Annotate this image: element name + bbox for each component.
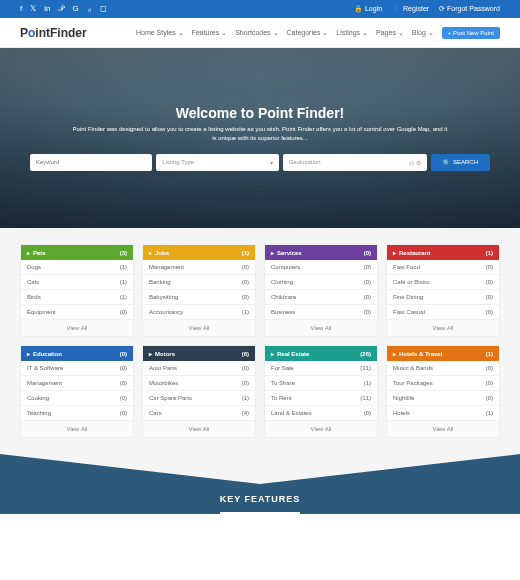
twitter-icon[interactable]: 𝕏	[30, 4, 36, 14]
category-box: ▸Restaurant(1)Fast Food(0)Café or Bistro…	[386, 244, 500, 337]
category-item[interactable]: Motorbikes(0)	[143, 376, 255, 391]
nav-pages[interactable]: Pages ⌄	[376, 29, 404, 37]
key-features-title: KEY FEATURES	[220, 494, 301, 514]
category-icon: ▸	[27, 351, 30, 357]
category-box: ▸Real Estate(26)For Sale(11)To Share(1)T…	[264, 345, 378, 438]
category-item[interactable]: Cars(4)	[143, 406, 255, 421]
register-link[interactable]: 👤 Register	[392, 5, 429, 13]
category-icon: ▸	[27, 250, 30, 256]
category-item[interactable]: Fine Dining(0)	[387, 290, 499, 305]
location-icon: ◎ ⚙	[409, 159, 421, 166]
category-icon: ▸	[149, 351, 152, 357]
category-icon: ▸	[271, 250, 274, 256]
search-button[interactable]: 🔍SEARCH	[431, 154, 490, 171]
category-header[interactable]: ▸Pets(3)	[21, 245, 133, 260]
category-box: ▸Hotels & Travel(1)Music & Bands(0)Tour …	[386, 345, 500, 438]
category-item[interactable]: Banking(0)	[143, 275, 255, 290]
category-item[interactable]: Birds(1)	[21, 290, 133, 305]
view-all-link[interactable]: View All	[21, 320, 133, 336]
category-item[interactable]: Cooking(0)	[21, 391, 133, 406]
category-item[interactable]: Fast Casual(0)	[387, 305, 499, 320]
category-item[interactable]: Management(0)	[21, 376, 133, 391]
geolocation-input[interactable]: Geolocation◎ ⚙	[283, 154, 427, 171]
category-item[interactable]: To Rent(11)	[265, 391, 377, 406]
view-all-link[interactable]: View All	[143, 320, 255, 336]
category-item[interactable]: Business(0)	[265, 305, 377, 320]
category-item[interactable]: Teaching(0)	[21, 406, 133, 421]
main-nav: Home Styles ⌄ Features ⌄ Shortcodes ⌄ Ca…	[136, 27, 500, 39]
category-box: ▸Education(0)IT & Software(0)Management(…	[20, 345, 134, 438]
category-icon: ▸	[393, 250, 396, 256]
google-icon[interactable]: G	[72, 4, 78, 14]
instagram-icon[interactable]: ◻	[100, 4, 107, 14]
view-all-link[interactable]: View All	[143, 421, 255, 437]
view-all-link[interactable]: View All	[265, 421, 377, 437]
category-header[interactable]: ▸Services(0)	[265, 245, 377, 260]
category-icon: ▸	[271, 351, 274, 357]
login-link[interactable]: 🔒 Login	[354, 5, 382, 13]
view-all-link[interactable]: View All	[387, 421, 499, 437]
linkedin-icon[interactable]: in	[44, 4, 50, 14]
category-header[interactable]: ▸Real Estate(26)	[265, 346, 377, 361]
nav-categories[interactable]: Categories ⌄	[287, 29, 329, 37]
facebook-icon[interactable]: f	[20, 4, 22, 14]
pinterest-icon[interactable]: 𝒫	[58, 4, 64, 14]
category-item[interactable]: IT & Software(0)	[21, 361, 133, 376]
category-item[interactable]: Cats(1)	[21, 275, 133, 290]
category-item[interactable]: Nightlife(0)	[387, 391, 499, 406]
nav-features[interactable]: Features ⌄	[192, 29, 228, 37]
chevron-down-icon: ▾	[270, 159, 273, 166]
category-header[interactable]: ▸Motors(6)	[143, 346, 255, 361]
category-item[interactable]: To Share(1)	[265, 376, 377, 391]
category-header[interactable]: ▸Restaurant(1)	[387, 245, 499, 260]
hero-subtitle: Point Finder was designed to allow you t…	[70, 125, 450, 142]
category-icon: ▸	[393, 351, 396, 357]
hero-title: Welcome to Point Finder!	[30, 105, 490, 121]
category-item[interactable]: Accountancy(1)	[143, 305, 255, 320]
category-box: ▸Pets(3)Dogs(1)Cats(1)Birds(1)Equipment(…	[20, 244, 134, 337]
top-links: 🔒 Login 👤 Register ⟳ Forgot Password	[354, 5, 500, 13]
category-header[interactable]: ▸Hotels & Travel(1)	[387, 346, 499, 361]
view-all-link[interactable]: View All	[387, 320, 499, 336]
category-item[interactable]: Car Spare Parts(1)	[143, 391, 255, 406]
category-icon: ▸	[149, 250, 152, 256]
keyword-input[interactable]	[30, 154, 152, 171]
hero: Welcome to Point Finder! Point Finder wa…	[0, 48, 520, 228]
categories-grid: ▸Pets(3)Dogs(1)Cats(1)Birds(1)Equipment(…	[0, 228, 520, 454]
category-item[interactable]: Babysitting(0)	[143, 290, 255, 305]
category-header[interactable]: ▸Education(0)	[21, 346, 133, 361]
rss-icon[interactable]: ⟓	[87, 4, 92, 14]
category-item[interactable]: Childcare(0)	[265, 290, 377, 305]
category-box: ▸Motors(6)Auto Parts(0)Motorbikes(0)Car …	[142, 345, 256, 438]
category-item[interactable]: Management(0)	[143, 260, 255, 275]
listing-type-select[interactable]: Listing Type▾	[156, 154, 278, 171]
category-item[interactable]: Tour Packages(0)	[387, 376, 499, 391]
header: PointFinder Home Styles ⌄ Features ⌄ Sho…	[0, 18, 520, 48]
search-bar: Listing Type▾ Geolocation◎ ⚙ 🔍SEARCH	[30, 154, 490, 171]
category-item[interactable]: Dogs(1)	[21, 260, 133, 275]
category-item[interactable]: Computers(0)	[265, 260, 377, 275]
view-all-link[interactable]: View All	[265, 320, 377, 336]
category-item[interactable]: Hotels(1)	[387, 406, 499, 421]
category-item[interactable]: Fast Food(0)	[387, 260, 499, 275]
category-item[interactable]: Clothing(0)	[265, 275, 377, 290]
category-item[interactable]: For Sale(11)	[265, 361, 377, 376]
category-box: ▸Jobs(1)Management(0)Banking(0)Babysitti…	[142, 244, 256, 337]
nav-shortcodes[interactable]: Shortcodes ⌄	[235, 29, 278, 37]
category-item[interactable]: Equipment(0)	[21, 305, 133, 320]
social-icons: f 𝕏 in 𝒫 G ⟓ ◻	[20, 4, 107, 14]
category-item[interactable]: Auto Parts(0)	[143, 361, 255, 376]
logo[interactable]: PointFinder	[20, 26, 87, 40]
category-item[interactable]: Music & Bands(0)	[387, 361, 499, 376]
nav-home-styles[interactable]: Home Styles ⌄	[136, 29, 184, 37]
post-new-button[interactable]: + Post New Point	[442, 27, 500, 39]
view-all-link[interactable]: View All	[21, 421, 133, 437]
category-item[interactable]: Land & Estates(0)	[265, 406, 377, 421]
nav-listings[interactable]: Listings ⌄	[336, 29, 368, 37]
forgot-link[interactable]: ⟳ Forgot Password	[439, 5, 500, 13]
category-item[interactable]: Café or Bistro(0)	[387, 275, 499, 290]
category-box: ▸Services(0)Computers(0)Clothing(0)Child…	[264, 244, 378, 337]
category-header[interactable]: ▸Jobs(1)	[143, 245, 255, 260]
nav-blog[interactable]: Blog ⌄	[412, 29, 434, 37]
search-icon: 🔍	[443, 159, 450, 166]
